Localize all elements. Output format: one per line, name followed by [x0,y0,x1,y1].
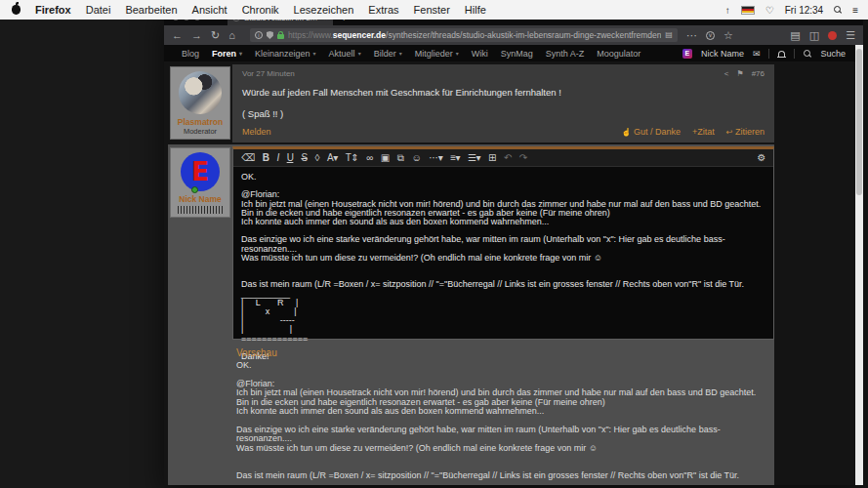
quote-button[interactable]: ↩ Zitieren [726,127,765,137]
like-button[interactable]: ☝ Gut / Danke [621,127,681,137]
reader-view-icon[interactable]: ▤ [665,31,673,39]
bold-icon[interactable]: B [263,153,269,163]
font-size-icon[interactable]: T⇕ [346,153,359,163]
avatar[interactable] [179,71,222,114]
table-icon[interactable]: ⊞ [488,153,496,163]
nav-mitglieder[interactable]: Mitglieder▾ [415,49,459,59]
chevron-down-icon: ▾ [399,50,402,57]
remove-format-icon[interactable]: ⌫ [241,153,255,163]
link-icon[interactable]: ∞ [366,153,373,163]
reply-icon: ↩ [726,128,733,137]
redo-icon[interactable]: ↷ [519,153,527,163]
library-icon[interactable]: ▤ [790,30,800,41]
sidebar-icon[interactable]: ◫ [809,30,819,41]
editor-toolbar: ⌫ B I U S ◊ A▾ T⇕ ∞ ▣ ⧉ ☺ ⋯▾ ≡▾ [233,149,773,167]
smilies-icon[interactable]: ☺ [411,153,421,163]
chevron-down-icon: ▾ [358,50,361,57]
nav-moogulator[interactable]: Moogulator [597,49,641,59]
image-icon[interactable]: ▣ [381,153,390,163]
reply-username[interactable]: Nick Name [173,194,227,204]
nav-username[interactable]: Nick Name [701,49,744,59]
preview-heading: Vorschau [236,347,277,358]
page-scrollbar[interactable] [855,45,863,485]
editor-textarea[interactable]: OK. @Florian: Ich bin jetzt mal (einen H… [233,167,773,367]
post-author[interactable]: Plasmatron [173,117,227,127]
menu-extras[interactable]: Extras [368,4,398,16]
bookmark-icon[interactable]: ⚑ [736,69,743,78]
forward-icon[interactable]: → [191,30,202,41]
user-avatar[interactable]: E [682,49,692,59]
nav-kleinanzeigen[interactable]: Kleinanzeigen▾ [255,49,316,59]
menu-lesezeichen[interactable]: Lesezeichen [294,4,354,16]
menu-fenster[interactable]: Fenster [414,4,450,16]
adblock-icon[interactable] [828,31,837,40]
reply-block: E Nick Name ⌫ B I U S ◊ [168,144,774,485]
share-icon[interactable]: < [724,69,729,78]
input-source-icon[interactable]: ↑ [725,5,730,16]
divider [768,49,769,59]
https-lock-icon[interactable] [277,34,284,39]
forum-post: Plasmatron Moderator Vor 27 Minuten < ⚑ … [168,64,774,142]
page-actions-icon[interactable]: ⋯ [686,30,697,41]
avatar[interactable]: E [181,152,220,191]
tracking-protection-icon[interactable] [267,31,273,39]
spotlight-search-icon[interactable] [834,6,842,14]
back-icon[interactable]: ← [172,30,183,41]
nav-blog[interactable]: Blog [182,49,199,59]
alignment-icon[interactable]: ≡▾ [450,153,460,163]
menu-ansicht[interactable]: Ansicht [192,4,227,16]
search-icon[interactable] [804,50,811,58]
online-indicator [191,186,198,193]
menu-hilfe[interactable]: Hilfe [465,4,486,16]
post-text-line1: Würde auf jeden Fall Menschen mit Geschm… [242,86,765,100]
quote-plus-button[interactable]: +Zitat [692,127,715,137]
german-flag-icon[interactable] [741,6,755,15]
firefox-window: Studio Akustik im Lebensraum × + ← → ↻ ⌂… [164,10,863,485]
nav-wiki[interactable]: Wiki [472,49,488,59]
post-author-title: Moderator [173,127,227,136]
menu-datei[interactable]: Datei [86,4,111,16]
home-icon[interactable]: ⌂ [228,30,235,41]
url-bar[interactable]: i https://www.sequencer.de/synthesizer/t… [250,28,678,42]
menu-bearbeiten[interactable]: Bearbeiten [125,4,177,16]
url-text: https://www.sequencer.de/synthesizer/thr… [288,30,661,40]
menubar-clock[interactable]: Fri 12:34 [785,5,823,16]
notification-center-icon[interactable]: ≡ [852,5,858,16]
menu-app-name[interactable]: Firefox [35,4,71,16]
report-link[interactable]: Melden [242,127,271,137]
macos-menubar: Firefox Datei Bearbeiten Ansicht Chronik… [0,0,868,20]
media-icon[interactable]: ⧉ [397,153,404,163]
list-icon[interactable]: ☰▾ [468,153,480,163]
heart-icon[interactable]: ♡ [765,5,774,16]
italic-icon[interactable]: I [276,153,278,163]
apple-menu-icon[interactable] [12,5,21,15]
nav-synth-a-z[interactable]: Synth A-Z [546,49,585,59]
search-label[interactable]: Suche [820,49,846,59]
strikethrough-icon[interactable]: S [301,153,307,163]
post-timestamp[interactable]: Vor 27 Minuten [242,69,295,78]
pocket-icon[interactable]: ∨ [706,31,715,40]
page-content: Blog Foren▾ Kleinanzeigen▾ Aktuell▾ Bild… [164,45,863,485]
reply-editor[interactable]: ⌫ B I U S ◊ A▾ T⇕ ∞ ▣ ⧉ ☺ ⋯▾ ≡▾ [232,146,774,340]
undo-icon[interactable]: ↶ [504,153,512,163]
post-number[interactable]: #76 [752,69,765,78]
font-family-icon[interactable]: A▾ [327,153,338,163]
reply-user-column: E Nick Name [168,144,232,340]
inbox-mail-icon[interactable]: ✉ [753,49,761,59]
reload-icon[interactable]: ↻ [211,30,220,41]
menu-chronik[interactable]: Chronik [242,4,279,16]
underline-icon[interactable]: U [287,153,294,163]
nav-aktuell[interactable]: Aktuell▾ [329,49,361,59]
alerts-bell-icon[interactable] [778,51,785,57]
preview-content: OK. @Florian: Ich bin jetzt mal (einen H… [236,361,764,485]
page-info-icon[interactable]: i [255,31,263,39]
more-options-icon[interactable]: ⋯▾ [429,153,442,163]
bbcode-settings-icon[interactable]: ⚙ [758,153,765,163]
nav-bilder[interactable]: Bilder▾ [374,49,402,59]
hamburger-menu-icon[interactable]: ☰ [846,30,855,41]
text-color-icon[interactable]: ◊ [315,153,319,163]
bookmark-star-icon[interactable]: ☆ [723,30,733,41]
nav-synmag[interactable]: SynMag [501,49,533,59]
chevron-down-icon: ▾ [239,50,242,57]
nav-foren[interactable]: Foren▾ [212,49,242,59]
